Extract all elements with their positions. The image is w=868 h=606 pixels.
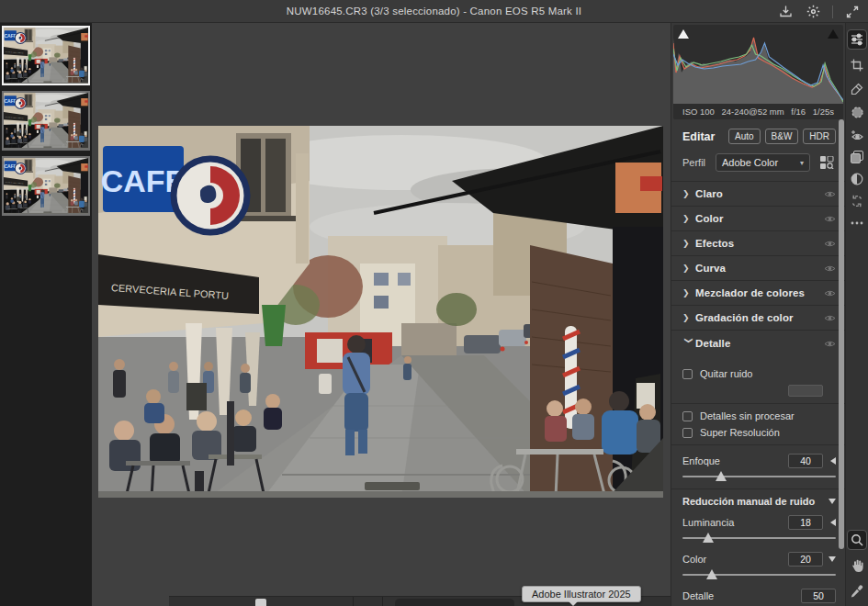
disclosure-down-icon[interactable] [829, 556, 836, 562]
edit-title: Editar [682, 130, 724, 143]
titlebar: NUW16645.CR3 (3/3 seleccionado) - Canon … [0, 0, 868, 23]
versions-icon[interactable] [848, 148, 866, 166]
sharpen-track[interactable] [682, 471, 836, 482]
filmstrip-thumbnail-3[interactable] [2, 156, 90, 216]
profile-row: Perfil Adobe Color▾ [671, 152, 845, 182]
exif-shutter: 1/25s [813, 107, 834, 117]
profile-label: Perfil [682, 157, 716, 168]
heal-icon[interactable] [848, 80, 866, 98]
sharpen-value[interactable]: 40 [788, 454, 823, 468]
exif-iso: ISO 100 [682, 107, 715, 117]
chevron-right-icon: ❯ [682, 214, 695, 223]
raw-details-checkbox[interactable] [682, 411, 693, 421]
detail-nr-value[interactable]: 50 [801, 589, 836, 603]
chevron-down-icon: ▾ [800, 159, 804, 167]
crop-icon[interactable] [848, 56, 866, 74]
auto-button[interactable]: Auto [728, 129, 761, 144]
luminance-track[interactable] [682, 533, 836, 544]
chevron-right-icon: ❯ [682, 189, 695, 198]
window-title: NUW16645.CR3 (3/3 seleccionado) - Canon … [287, 6, 581, 17]
denoise-checkbox[interactable] [682, 369, 693, 379]
eye-icon[interactable] [824, 335, 836, 352]
eyedropper-icon[interactable] [848, 582, 866, 600]
manual-nr-header[interactable]: Reducción manual de ruido [682, 496, 836, 507]
slider-thumb[interactable] [703, 533, 714, 543]
section-detalle[interactable]: ❯ Detalle [671, 331, 845, 355]
presets-icon[interactable] [848, 170, 866, 188]
section-claro[interactable]: ❯ Claro [671, 182, 845, 207]
chevron-down-icon: ❯ [684, 337, 693, 350]
eye-icon[interactable] [824, 210, 836, 227]
profile-select[interactable]: Adobe Color▾ [716, 153, 810, 172]
tool-rail [845, 23, 868, 606]
filmstrip-thumbnail-1[interactable] [2, 26, 90, 85]
panel-scrollbar[interactable] [839, 119, 844, 549]
fullscreen-icon[interactable] [844, 4, 861, 20]
luminance-slider: Luminancia 18 [682, 515, 836, 544]
super-resolution-checkbox[interactable] [682, 428, 693, 438]
section-gradacion[interactable]: ❯ Gradación de color [671, 306, 845, 331]
photo-preview [98, 126, 663, 498]
hand-tool-icon[interactable] [848, 556, 866, 575]
titlebar-separator [832, 6, 833, 18]
denoise-amount-disabled [788, 385, 823, 397]
eye-icon[interactable] [824, 285, 836, 301]
edit-header: Editar Auto B&W HDR [671, 119, 845, 152]
preview-canvas [93, 23, 671, 606]
eye-icon[interactable] [824, 260, 836, 276]
color-nr-slider: Color 20 [682, 552, 836, 580]
red-eye-icon[interactable] [848, 126, 866, 144]
slider-thumb[interactable] [706, 569, 717, 579]
edit-panel: ISO 100 24-240@52 mm f/16 1/25s Editar A… [671, 23, 845, 606]
bw-button[interactable]: B&W [765, 129, 799, 144]
color-nr-value[interactable]: 20 [788, 552, 823, 567]
section-color[interactable]: ❯ Color [671, 207, 845, 231]
zoom-tool-icon[interactable] [848, 531, 866, 549]
tooltip-pointer [569, 601, 578, 606]
eye-icon[interactable] [824, 185, 836, 202]
sharpen-slider: Enfoque 40 [682, 454, 836, 482]
shadow-clip-indicator[interactable] [676, 28, 691, 39]
camera-raw-window: CAFE CERVECERIA EL PORTU [0, 0, 868, 606]
highlight-clip-indicator[interactable] [826, 28, 840, 39]
exif-aperture: f/16 [791, 107, 806, 117]
color-nr-track[interactable] [682, 569, 836, 580]
detalle-body: Quitar ruido Detalles sin procesar Super… [671, 355, 845, 606]
detail-nr-slider: Detalle 50 [682, 589, 836, 606]
chevron-right-icon: ❯ [682, 264, 695, 273]
super-resolution-checkbox-row[interactable]: Super Resolución [682, 427, 836, 438]
edit-sliders-icon[interactable] [848, 30, 866, 49]
section-mezclador[interactable]: ❯ Mezclador de colores [671, 281, 845, 306]
exif-strip: ISO 100 24-240@52 mm f/16 1/25s [673, 104, 843, 119]
filmstrip-thumbnail-2[interactable] [2, 91, 90, 151]
hdr-button[interactable]: HDR [803, 129, 836, 144]
section-curva[interactable]: ❯ Curva [671, 256, 845, 281]
eye-icon[interactable] [824, 235, 836, 252]
denoise-checkbox-row[interactable]: Quitar ruido [682, 368, 836, 379]
profile-browser-icon[interactable] [817, 154, 836, 171]
chevron-right-icon: ❯ [682, 313, 695, 322]
raw-details-checkbox-row[interactable]: Detalles sin procesar [682, 410, 836, 421]
dock-icon-peek [255, 599, 266, 606]
more-icon[interactable] [848, 214, 866, 232]
exif-lens: 24-240@52 mm [721, 107, 783, 117]
eye-icon[interactable] [824, 309, 836, 326]
bottom-zoom-pill [395, 599, 514, 606]
chevron-right-icon: ❯ [682, 288, 695, 297]
gear-icon[interactable] [805, 4, 821, 20]
disclosure-left-icon[interactable] [830, 457, 836, 465]
refresh-icon[interactable] [848, 192, 866, 210]
luminance-value[interactable]: 18 [788, 515, 823, 530]
section-efectos[interactable]: ❯ Efectos [671, 231, 845, 256]
filmstrip [0, 23, 92, 606]
disclosure-left-icon[interactable] [830, 519, 836, 526]
disclosure-down-icon[interactable] [829, 499, 836, 504]
download-icon[interactable] [777, 4, 794, 20]
mask-icon[interactable] [848, 103, 866, 121]
slider-thumb[interactable] [716, 471, 727, 481]
dock-tooltip: Adobe Illustrator 2025 [522, 586, 641, 602]
chevron-right-icon: ❯ [682, 239, 695, 248]
histogram[interactable] [673, 25, 843, 104]
